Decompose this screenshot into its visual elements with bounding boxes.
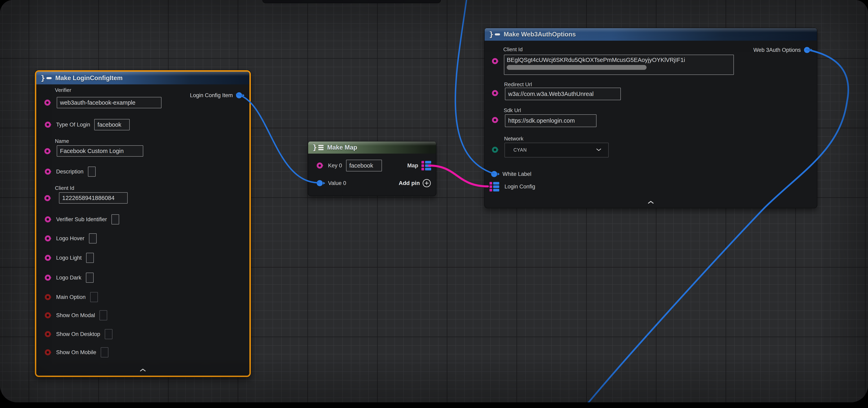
- field-label-verifier: Verifier: [55, 87, 71, 93]
- row-logo-hover: Logo Hover: [36, 233, 97, 244]
- collapse-chevron-icon[interactable]: [140, 368, 146, 373]
- pin-logo-hover[interactable]: [45, 235, 51, 241]
- chevron-down-icon: [596, 148, 601, 152]
- verifier-input[interactable]: web3auth-facebook-example: [57, 97, 161, 108]
- collapse-chevron-icon[interactable]: [648, 201, 654, 205]
- add-pin-button[interactable]: Add pin: [399, 179, 431, 187]
- row-type-of-login: Type Of Login facebook: [36, 118, 130, 131]
- pin-redirect-url[interactable]: [492, 90, 498, 96]
- output-pin-web3auth-options[interactable]: [804, 47, 810, 53]
- make-struct-icon: }: [41, 74, 52, 82]
- pin-logo-light[interactable]: [45, 255, 51, 261]
- node-title: Make Map: [327, 144, 357, 151]
- field-label-network: Network: [504, 136, 523, 142]
- blueprint-graph-editor: } Make LoginConfigItem Login Config Item…: [0, 0, 868, 408]
- pin-key0[interactable]: [317, 163, 323, 169]
- pin-client-id[interactable]: [44, 195, 51, 201]
- pin-description[interactable]: [45, 169, 51, 175]
- pin-logo-dark[interactable]: [45, 275, 51, 281]
- pin-type-of-login[interactable]: [45, 122, 51, 128]
- output-map: Map: [407, 159, 431, 172]
- row-value0: Value 0: [308, 177, 346, 189]
- node-make-loginconfigitem[interactable]: } Make LoginConfigItem Login Config Item…: [35, 70, 251, 377]
- graph-viewport[interactable]: } Make LoginConfigItem Login Config Item…: [0, 0, 868, 402]
- redirect-url-input[interactable]: w3a://com.w3a.Web3AuthUnreal: [505, 88, 621, 100]
- output-login-config-item: Login Config Item: [190, 91, 242, 100]
- row-login-config: Login Config: [485, 181, 535, 192]
- row-main-option: Main Option: [36, 292, 98, 303]
- row-show-on-mobile: Show On Mobile: [36, 347, 108, 358]
- description-input[interactable]: [88, 167, 96, 177]
- show-on-mobile-checkbox[interactable]: [101, 347, 108, 358]
- node-header[interactable]: } Make LoginConfigItem: [36, 72, 249, 84]
- sdk-url-input[interactable]: https://sdk.openlogin.com: [505, 114, 596, 127]
- pin-verifier-sub-identifier[interactable]: [45, 216, 51, 223]
- make-struct-icon: }: [489, 31, 500, 38]
- network-dropdown[interactable]: CYAN: [504, 143, 609, 158]
- pin-login-config-map-icon[interactable]: [490, 182, 499, 192]
- field-label-redirect-url: Redirect Url: [504, 81, 532, 88]
- row-white-label: White Label: [485, 168, 531, 180]
- node-make-map[interactable]: } Make Map Key 0 facebook Map: [308, 141, 436, 196]
- make-map-icon: }: [313, 144, 323, 151]
- node-make-web3authoptions[interactable]: } Make Web3AuthOptions Web 3Auth Options…: [484, 28, 817, 208]
- field-label-sdk-url: Sdk Url: [504, 107, 521, 113]
- show-on-modal-checkbox[interactable]: [99, 310, 107, 320]
- pin-white-label[interactable]: [491, 171, 497, 177]
- row-verifier-sub-identifier: Verifier Sub Identifier: [36, 214, 119, 225]
- row-logo-light: Logo Light: [36, 252, 94, 264]
- output-web3auth-options: Web 3Auth Options: [753, 45, 810, 55]
- verifier-sub-identifier-input[interactable]: [112, 214, 119, 225]
- key0-input[interactable]: facebook: [346, 160, 382, 171]
- output-pin-login-config-item[interactable]: [236, 92, 242, 98]
- row-key0: Key 0 facebook: [308, 159, 382, 172]
- client-id-input[interactable]: BEglQSgt4cUWcj6SKRdu5QkOXTsePmMcusG5EAoy…: [504, 55, 734, 75]
- pin-main-option[interactable]: [45, 294, 51, 300]
- pin-show-on-modal[interactable]: [45, 312, 51, 318]
- node-header[interactable]: } Make Web3AuthOptions: [485, 28, 817, 41]
- wire-map-to-login-config[interactable]: [429, 166, 488, 186]
- add-pin-plus-icon[interactable]: [423, 179, 431, 187]
- pin-show-on-desktop[interactable]: [45, 331, 51, 337]
- node-title: Make LoginConfigItem: [55, 74, 123, 82]
- row-show-on-modal: Show On Modal: [36, 310, 107, 321]
- client-id-input[interactable]: 1222658941886084: [59, 192, 128, 204]
- map-pin-icon[interactable]: [422, 161, 431, 170]
- field-label-name: Name: [55, 138, 69, 144]
- pin-value0[interactable]: [317, 180, 323, 186]
- row-description: Description: [36, 166, 96, 177]
- logo-hover-input[interactable]: [89, 233, 97, 243]
- node-header[interactable]: } Make Map: [308, 141, 436, 154]
- pin-client-id[interactable]: [492, 58, 498, 64]
- type-of-login-input[interactable]: facebook: [94, 119, 130, 130]
- pin-name[interactable]: [44, 148, 51, 154]
- row-logo-dark: Logo Dark: [36, 272, 94, 283]
- pin-sdk-url[interactable]: [492, 117, 498, 123]
- pin-verifier[interactable]: [44, 100, 51, 106]
- logo-dark-input[interactable]: [86, 273, 94, 283]
- name-input[interactable]: Facebook Custom Login: [57, 145, 143, 157]
- main-option-checkbox[interactable]: [90, 292, 98, 302]
- field-label-client-id: Client Id: [503, 46, 523, 53]
- logo-light-input[interactable]: [86, 253, 94, 263]
- pin-show-on-mobile[interactable]: [45, 349, 51, 355]
- node-title: Make Web3AuthOptions: [504, 31, 576, 38]
- show-on-desktop-checkbox[interactable]: [105, 329, 113, 339]
- field-label-client-id: Client Id: [55, 185, 74, 191]
- horizontal-scrollbar[interactable]: [507, 65, 647, 70]
- offscreen-node-bottom[interactable]: [262, 0, 441, 3]
- row-show-on-desktop: Show On Desktop: [36, 329, 113, 340]
- pin-network[interactable]: [492, 147, 498, 153]
